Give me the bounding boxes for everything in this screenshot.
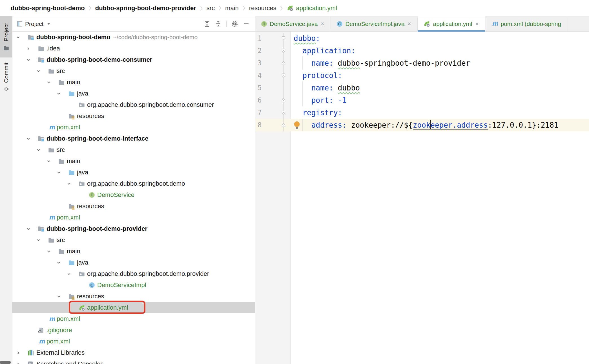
tree-item-resources[interactable]: resources bbox=[12, 201, 255, 212]
tree-item-main[interactable]: main bbox=[12, 77, 255, 88]
chevron-right-icon[interactable] bbox=[26, 46, 31, 51]
tree-chevron-box bbox=[14, 347, 22, 358]
tree-item-pom-xml[interactable]: mpom.xml bbox=[12, 313, 255, 325]
code-line-7[interactable]: 7 registry: bbox=[255, 106, 589, 119]
chevron-down-icon[interactable] bbox=[56, 260, 61, 265]
tree-item-dubbo-spring-boot-demo-provider[interactable]: dubbo-spring-boot-demo-provider bbox=[12, 223, 255, 234]
hide-panel-icon[interactable] bbox=[243, 21, 249, 27]
tree-item-label: Scratches and Consoles bbox=[36, 360, 103, 364]
chevron-down-icon[interactable] bbox=[67, 272, 71, 276]
close-tab-icon[interactable] bbox=[320, 21, 325, 26]
tree-item-src[interactable]: src bbox=[12, 234, 255, 246]
collapse-all-icon[interactable] bbox=[215, 21, 222, 27]
tree-item--gitignore[interactable]: .gitignore bbox=[12, 325, 255, 336]
tree-item-pom-xml[interactable]: mpom.xml bbox=[12, 122, 255, 133]
tree-item-org-apache-dubbo-springboot-demo-provider[interactable]: org.apache.dubbo.springboot.demo.provide… bbox=[12, 268, 255, 279]
tree-item-dubbo-spring-boot-demo-consumer[interactable]: dubbo-spring-boot-demo-consumer bbox=[12, 54, 255, 65]
tree-item-main[interactable]: main bbox=[12, 156, 255, 167]
code-text: registry: bbox=[294, 106, 342, 119]
breadcrumb-item[interactable]: dubbo-spring-boot-demo-provider bbox=[95, 5, 196, 12]
breadcrumb-item[interactable]: application.yml bbox=[287, 5, 337, 12]
svg-text:I: I bbox=[263, 22, 265, 26]
fold-end-icon[interactable] bbox=[281, 61, 286, 65]
chevron-down-icon[interactable] bbox=[46, 80, 51, 85]
source-folder-icon bbox=[68, 259, 75, 266]
chevron-down-icon[interactable] bbox=[36, 238, 41, 243]
code-line-8[interactable]: 8 address: zookeeper://${zookeeper.addre… bbox=[255, 119, 589, 131]
tree-item-org-apache-dubbo-springboot-demo[interactable]: org.apache.dubbo.springboot.demo bbox=[12, 178, 255, 189]
tree-item-demoserviceimpl[interactable]: CDemoServiceImpl bbox=[12, 279, 255, 291]
code-line-3[interactable]: 3 name: dubbo-springboot-demo-provider bbox=[255, 57, 589, 69]
folder-icon bbox=[38, 45, 44, 52]
settings-icon[interactable] bbox=[231, 21, 238, 27]
chevron-down-icon[interactable] bbox=[26, 227, 31, 231]
tree-item-src[interactable]: src bbox=[12, 144, 255, 156]
chevron-down-icon[interactable] bbox=[26, 136, 31, 141]
tree-item-src[interactable]: src bbox=[12, 65, 255, 77]
code-text: name: dubbo-springboot-demo-provider bbox=[294, 57, 470, 69]
chevron-down-icon[interactable] bbox=[26, 57, 31, 62]
tree-icon-box: m bbox=[48, 315, 55, 323]
code-editor[interactable]: 1dubbo:2 application:3 name: dubbo-sprin… bbox=[255, 32, 589, 364]
chevron-right-icon[interactable] bbox=[16, 350, 21, 355]
tree-item-org-apache-dubbo-springboot-demo-consumer[interactable]: org.apache.dubbo.springboot.demo.consume… bbox=[12, 99, 255, 110]
fold-start-icon[interactable] bbox=[281, 48, 286, 53]
code-line-1[interactable]: 1dubbo: bbox=[255, 32, 589, 45]
editor-tab-demoserviceimpl-java[interactable]: CDemoServiceImpl.java bbox=[331, 16, 418, 31]
tree-item-pom-xml[interactable]: mpom.xml bbox=[12, 336, 255, 347]
chevron-down-icon[interactable] bbox=[36, 69, 41, 74]
chevron-down-icon[interactable] bbox=[46, 159, 51, 164]
tree-item-java[interactable]: java bbox=[12, 167, 255, 178]
expand-all-icon[interactable] bbox=[204, 21, 210, 27]
tree-item-resources[interactable]: resources bbox=[12, 291, 255, 302]
breadcrumb-item[interactable]: main bbox=[225, 5, 239, 12]
tree-item-scratches-and-consoles[interactable]: Scratches and Consoles bbox=[12, 358, 255, 364]
tree-chevron-box bbox=[24, 325, 32, 336]
svg-text:m: m bbox=[49, 124, 55, 131]
fold-end-icon[interactable] bbox=[281, 98, 286, 103]
chevron-down-icon[interactable] bbox=[56, 91, 61, 96]
stripe-tab-commit[interactable]: Commit bbox=[0, 59, 12, 96]
chevron-down-icon[interactable] bbox=[16, 35, 21, 40]
tree-item--idea[interactable]: .idea bbox=[12, 43, 255, 54]
tree-item-dubbo-spring-boot-demo-interface[interactable]: dubbo-spring-boot-demo-interface bbox=[12, 133, 255, 144]
lightbulb-icon[interactable] bbox=[293, 121, 301, 129]
tree-item-label: pom.xml bbox=[46, 338, 70, 345]
tree-item-dubbo-spring-boot-demo[interactable]: dubbo-spring-boot-demo~/code/dubbo-sprin… bbox=[12, 32, 255, 43]
code-line-4[interactable]: 4 protocol: bbox=[255, 69, 589, 82]
chevron-down-icon[interactable] bbox=[36, 148, 41, 152]
fold-start-icon[interactable] bbox=[281, 73, 286, 78]
tree-item-main[interactable]: main bbox=[12, 246, 255, 257]
chevron-down-icon[interactable] bbox=[56, 170, 61, 175]
project-panel: Project dubbo-spring-boot-demo~/code/dub… bbox=[12, 16, 255, 364]
editor-tab-demoservice-java[interactable]: IDemoService.java bbox=[255, 16, 331, 31]
chevron-down-icon[interactable] bbox=[46, 249, 51, 254]
code-line-6[interactable]: 6 port: -1 bbox=[255, 94, 589, 106]
tree-item-java[interactable]: java bbox=[12, 257, 255, 268]
breadcrumb-item[interactable]: resources bbox=[249, 5, 276, 12]
chevron-right-icon[interactable] bbox=[16, 362, 21, 364]
tree-item-pom-xml[interactable]: mpom.xml bbox=[12, 212, 255, 223]
chevron-down-icon[interactable] bbox=[67, 181, 71, 186]
tree-item-resources[interactable]: resources bbox=[12, 110, 255, 122]
tree-item-external-libraries[interactable]: External Libraries bbox=[12, 347, 255, 358]
fold-end-icon[interactable] bbox=[281, 123, 286, 127]
chevron-down-icon[interactable] bbox=[46, 22, 51, 26]
code-line-5[interactable]: 5 name: dubbo bbox=[255, 82, 589, 94]
breadcrumb-item[interactable]: src bbox=[207, 5, 215, 12]
scrollbar-thumb[interactable] bbox=[0, 361, 11, 364]
editor-tab-application-yml[interactable]: application.yml bbox=[418, 16, 485, 31]
tree-item-demoservice[interactable]: IDemoService bbox=[12, 189, 255, 201]
stripe-tab-project[interactable]: Project bbox=[0, 16, 12, 57]
editor-tab-pom-xml[interactable]: mpom.xml (dubbo-spring bbox=[485, 16, 567, 31]
code-line-2[interactable]: 2 application: bbox=[255, 45, 589, 57]
tree-item-application-yml[interactable]: application.yml bbox=[12, 302, 255, 313]
breadcrumb-item[interactable]: dubbo-spring-boot-demo bbox=[11, 5, 85, 12]
fold-start-icon[interactable] bbox=[281, 110, 286, 115]
close-tab-icon[interactable] bbox=[475, 21, 479, 26]
tree-icon-box bbox=[58, 79, 65, 86]
close-tab-icon[interactable] bbox=[407, 21, 412, 26]
tree-item-java[interactable]: java bbox=[12, 88, 255, 99]
chevron-down-icon[interactable] bbox=[56, 294, 61, 299]
fold-start-icon[interactable] bbox=[281, 36, 286, 41]
